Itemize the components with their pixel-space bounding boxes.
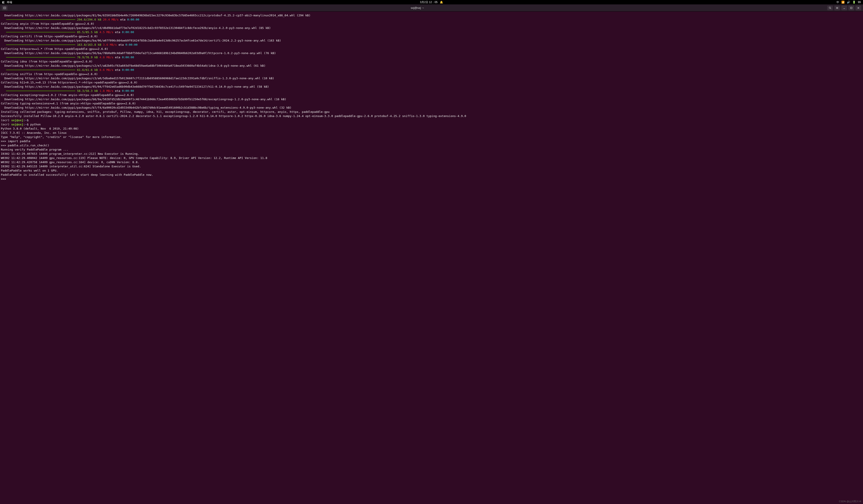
pip-collecting: Collecting httpcore==1.* (from httpx->pa… [1, 47, 862, 51]
pip-download-url: Downloading https://mirror.baidu.com/pyp… [1, 97, 862, 101]
svg-rect-9 [851, 7, 852, 9]
pip-progress: ━━━━━━━━━━━━━━━━━━━━━━━━━━━━━━━━━━━━━━━━… [1, 89, 862, 93]
shell-prompt: (ocr) sxj@sxj:~$ python [1, 122, 862, 127]
new-tab-button[interactable] [2, 5, 8, 10]
search-button[interactable] [827, 5, 833, 10]
pip-progress: ━━━━━━━━━━━━━━━━━━━━━━━━━━━━━━━━━━━━━━━━… [1, 43, 862, 47]
pip-progress: ━━━━━━━━━━━━━━━━━━━━━━━━━━━━━━━━━━━━━━━━… [1, 55, 862, 60]
pip-installing: Installing collected packages: typing-ex… [1, 110, 862, 114]
shell-prompt: (ocr) sxj@sxj:~$ [1, 118, 862, 122]
volume-icon[interactable]: 🔊 [847, 1, 850, 4]
pip-collecting: Collecting sniffio (from httpx->paddlepa… [1, 72, 862, 76]
terminal-output[interactable]: Downloading https://mirror.baidu.com/pyp… [0, 12, 863, 504]
activities-icon[interactable]: ◧ [2, 1, 5, 4]
python-output: PaddlePaddle works well on 1 GPU. [1, 168, 862, 173]
pip-collecting: Collecting idna (from httpx->paddlepaddl… [1, 60, 862, 64]
python-banner: Python 3.8.0 (default, Nov 6 2019, 21:49… [1, 127, 862, 131]
pip-collecting: Collecting exceptiongroup>=1.0.2 (from a… [1, 93, 862, 97]
pip-download-url: Downloading https://mirror.baidu.com/pyp… [1, 26, 862, 30]
window-titlebar: sxj@sxj: ~ [0, 4, 863, 12]
python-banner: Type "help", "copyright", "credits" or "… [1, 135, 862, 139]
maximize-button[interactable] [848, 5, 854, 10]
pip-collecting: Collecting certifi (from httpx->paddlepa… [1, 34, 862, 38]
clock[interactable]: 3月2日 12：05 [420, 0, 437, 4]
gnome-top-bar: ◧ 终端 3月2日 12：05 🔔 中 📶 🔊 🔋 99 [0, 0, 863, 4]
pip-progress: ━━━━━━━━━━━━━━━━━━━━━━━━━━━━━━━━━━━━━━━━… [1, 30, 862, 34]
python-repl-line: >>> paddle.utils.run_check() [1, 143, 862, 147]
watermark: CSDN @山川而川-R [839, 500, 861, 503]
pip-download-url: Downloading https://mirror.baidu.com/pyp… [1, 51, 862, 55]
python-output: I0302 11:42:29.645133 14409 interpreter_… [1, 164, 862, 168]
python-banner: [GCC 7.3.0] :: Anaconda, Inc. on linux [1, 131, 862, 135]
svg-point-3 [829, 7, 831, 9]
python-output: Running verify PaddlePaddle program ... [1, 147, 862, 152]
battery-icon[interactable]: 🔋 [852, 1, 856, 4]
python-output: I0302 11:42:29.407653 14409 program_inte… [1, 152, 862, 156]
minimize-button[interactable] [841, 5, 847, 10]
window-title: sxj@sxj: ~ [8, 6, 827, 10]
pip-success: Successfully installed Pillow-10.2.0 any… [1, 114, 862, 118]
pip-download-url: Downloading https://mirror.baidu.com/pyp… [1, 105, 862, 110]
pip-download-url: Downloading https://mirror.baidu.com/pyp… [1, 13, 862, 17]
pip-collecting: Collecting h11<0.15,>=0.13 (from httpcor… [1, 80, 862, 85]
close-button[interactable] [855, 5, 861, 10]
app-name[interactable]: 终端 [7, 0, 12, 4]
svg-line-4 [830, 8, 831, 9]
pip-download-url: Downloading https://mirror.baidu.com/pyp… [1, 76, 862, 80]
notification-icon[interactable]: 🔔 [440, 1, 443, 4]
menu-button[interactable] [834, 5, 840, 10]
ime-indicator[interactable]: 中 [837, 0, 839, 4]
python-repl-line[interactable]: >>> [1, 177, 862, 181]
python-output: PaddlePaddle is installed successfully! … [1, 173, 862, 177]
pip-collecting: Collecting anyio (from httpx->paddlepadd… [1, 22, 862, 26]
python-output: W0302 11:42:29.408042 14409 gpu_resource… [1, 156, 862, 160]
pip-collecting: Collecting typing-extensions>=4.1 (from … [1, 101, 862, 105]
pip-download-url: Downloading https://mirror.baidu.com/pyp… [1, 38, 862, 43]
wifi-icon[interactable]: 📶 [841, 1, 845, 4]
python-repl-line: >>> import paddle [1, 139, 862, 143]
battery-percent: 99 [858, 1, 861, 4]
pip-progress: ━━━━━━━━━━━━━━━━━━━━━━━━━━━━━━━━━━━━━━━━… [1, 68, 862, 72]
pip-download-url: Downloading https://mirror.baidu.com/pyp… [1, 85, 862, 89]
pip-download-url: Downloading https://mirror.baidu.com/pyp… [1, 64, 862, 68]
python-output: W0302 11:42:29.420758 14409 gpu_resource… [1, 160, 862, 164]
pip-progress: ━━━━━━━━━━━━━━━━━━━━━━━━━━━━━━━━━━━━━━━━… [1, 17, 862, 22]
